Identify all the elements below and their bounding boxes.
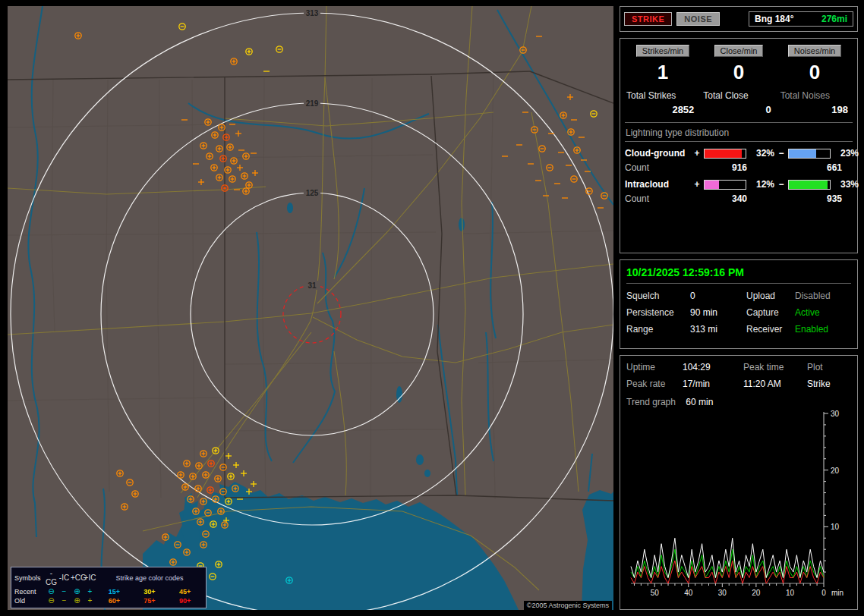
cg-minus-bar [788, 149, 831, 159]
peak-time-value: 11:20 AM [743, 379, 807, 389]
copyright-text: ©2005 Astrogenic Systems [524, 601, 612, 610]
range-label: Range [626, 324, 690, 335]
upload-status: Disabled [795, 291, 851, 301]
total-strikes-value: 2852 [626, 104, 697, 115]
plus-sign: + [692, 179, 702, 190]
trend-graph: 30201050403020100min [626, 409, 851, 603]
total-close-label: Total Close [703, 90, 774, 101]
minus-sign: − [777, 179, 786, 190]
old-plus-icon: + [84, 596, 96, 605]
svg-text:219: 219 [306, 99, 319, 108]
receiver-label: Receiver [746, 324, 795, 335]
ic-minus-bar [788, 180, 831, 190]
receiver-status: Enabled [795, 324, 851, 335]
legend-symbols-header: Symbols [14, 574, 45, 583]
svg-text:0: 0 [821, 589, 826, 597]
age-75: 75+ [132, 596, 168, 605]
distribution-title: Lightning type distribution [625, 127, 853, 142]
recent-minus-icon: − [58, 587, 71, 596]
recent-circle-minus-icon: ⊖ [45, 587, 58, 596]
capture-label: Capture [746, 307, 795, 318]
strikes-per-min-button[interactable]: Strikes/min [636, 45, 689, 57]
plus-sign: + [692, 148, 702, 159]
cloud-ground-counts: Count 916 661 [625, 162, 853, 173]
legend-recent-label: Recent [14, 587, 45, 596]
cg-plus-bar [704, 149, 746, 159]
cg-minus-pct: 23% [833, 148, 859, 159]
status-grid: Squelch 0 Upload Disabled Persistence 90… [626, 291, 851, 335]
statistics-panel: Strikes/min Close/min Noises/min 1 0 0 T… [620, 38, 858, 253]
cg-plus-count: 916 [690, 162, 789, 173]
strike-button[interactable]: STRIKE [624, 12, 672, 26]
bearing-display: Bng 184° 276mi [749, 11, 853, 27]
intracloud-counts: Count 340 935 [625, 193, 853, 204]
total-noises-value: 198 [780, 104, 851, 115]
peak-time-label: Peak time [743, 362, 807, 372]
old-circle-minus-icon: ⊖ [45, 596, 58, 605]
intracloud-label: Intracloud [625, 179, 690, 190]
map-canvas[interactable]: 31321912531 [8, 6, 613, 610]
noises-per-min-button[interactable]: Noises/min [788, 45, 841, 57]
persistence-label: Persistence [626, 307, 690, 318]
legend-type-pcg: +CG [71, 574, 84, 583]
ic-plus-bar [704, 180, 746, 190]
legend-old-label: Old [14, 596, 45, 605]
rates-grid: Strikes/min Close/min Noises/min 1 0 0 [625, 45, 853, 84]
uptime-grid: Uptime 104:29 Peak time Plot Peak rate 1… [626, 362, 851, 389]
ic-minus-pct: 33% [833, 179, 859, 190]
svg-text:20: 20 [831, 467, 840, 475]
cloud-ground-label: Cloud-ground [625, 148, 690, 159]
cg-plus-pct: 32% [749, 148, 774, 159]
age-30: 30+ [132, 587, 168, 596]
svg-text:50: 50 [651, 589, 660, 597]
persistence-value: 90 min [690, 307, 746, 318]
legend-type-nic: -IC [58, 574, 71, 583]
totals-grid: Total Strikes 2852 Total Close 0 Total N… [625, 90, 853, 115]
svg-text:30: 30 [831, 410, 840, 418]
legend-type-ncg: -CG [45, 569, 58, 587]
trend-graph-window: 60 min [686, 397, 713, 407]
trend-graph-label: Trend graph [626, 397, 676, 407]
intracloud-row: Intracloud + 12% − 33% [625, 179, 853, 190]
total-close-value: 0 [703, 104, 774, 115]
noises-per-min-value: 0 [777, 61, 853, 84]
cloud-ground-row: Cloud-ground + 32% − 23% [625, 148, 853, 159]
old-minus-icon: − [58, 596, 71, 605]
strikes-per-min-value: 1 [625, 61, 701, 84]
svg-text:10: 10 [831, 523, 840, 531]
uptime-label: Uptime [626, 362, 683, 372]
svg-text:min: min [831, 589, 844, 597]
datetime-display: 10/21/2025 12:59:16 PM [626, 266, 851, 284]
range-value: 313 mi [690, 324, 746, 335]
age-45: 45+ [167, 587, 203, 596]
recent-plus-icon: + [84, 587, 96, 596]
count-label: Count [625, 193, 690, 204]
plot-value: Strike [807, 379, 851, 389]
svg-text:313: 313 [306, 9, 319, 17]
total-noises-label: Total Noises [780, 90, 851, 101]
count-label: Count [625, 162, 690, 173]
svg-text:125: 125 [306, 189, 319, 197]
legend-type-pic: +IC [84, 574, 96, 583]
uptime-value: 104:29 [683, 362, 743, 372]
close-per-min-button[interactable]: Close/min [714, 45, 764, 57]
cg-minus-count: 661 [789, 162, 864, 173]
squelch-label: Squelch [626, 291, 690, 301]
map-legend: Symbols -CG -IC +CG +IC Strike age color… [11, 567, 207, 608]
squelch-value: 0 [690, 291, 746, 301]
svg-text:31: 31 [307, 281, 317, 290]
ic-plus-pct: 12% [749, 179, 774, 190]
ic-minus-count: 935 [789, 193, 864, 204]
upload-label: Upload [746, 291, 795, 301]
mode-toolbar: STRIKE NOISE Bng 184° 276mi [620, 6, 858, 32]
recent-circle-plus-icon: ⊕ [71, 587, 84, 596]
peak-rate-value: 17/min [683, 379, 743, 389]
svg-text:40: 40 [684, 589, 693, 597]
side-panel: STRIKE NOISE Bng 184° 276mi Strikes/min … [620, 6, 858, 610]
capture-status: Active [795, 307, 851, 318]
noise-button[interactable]: NOISE [676, 12, 720, 26]
lightning-map[interactable]: 31321912531 Symbols -CG -IC +CG +IC Stri… [8, 6, 613, 610]
age-60: 60+ [96, 596, 132, 605]
bearing-value: Bng 184° [755, 14, 793, 24]
age-90: 90+ [167, 596, 203, 605]
